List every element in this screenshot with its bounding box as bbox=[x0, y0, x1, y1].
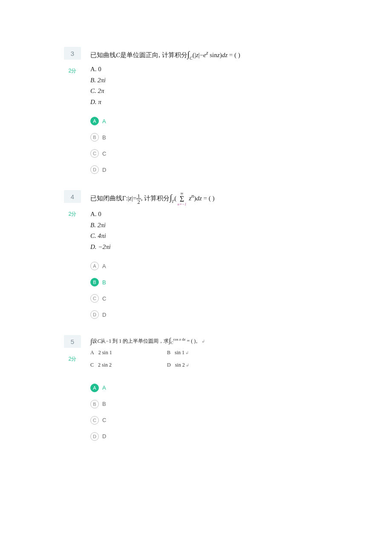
answer-choice-d[interactable]: D D bbox=[90, 432, 320, 441]
inline-options: A2 sin 1 Bsin 1↲ C2 sin 2 Dsin 2↲ bbox=[90, 350, 320, 374]
choice-label: A bbox=[102, 118, 106, 124]
option-text: C. 4πi bbox=[90, 231, 320, 242]
answer-choice-b[interactable]: B B bbox=[90, 133, 320, 142]
answer-choice-a[interactable]: A A bbox=[90, 262, 320, 270]
answer-choice-c[interactable]: C C bbox=[90, 416, 320, 425]
choice-label: B bbox=[102, 401, 106, 407]
expr-dz: dz bbox=[222, 52, 228, 58]
stem-text: , 计算积分 bbox=[141, 195, 170, 202]
question-block: 4 2分 已知闭曲线Γ:|z|=12, 计算积分∫Γ(∞Σn=−1 zn)dz … bbox=[64, 190, 320, 327]
choice-label: B bbox=[102, 279, 106, 286]
option-text: A. 0 bbox=[90, 64, 320, 75]
question-number: 4 bbox=[64, 190, 81, 203]
option-a: A2 sin 1 bbox=[90, 350, 167, 356]
answer-choice-a[interactable]: A A bbox=[90, 117, 320, 125]
stem-text: 设 bbox=[92, 338, 97, 344]
return-icon: ↲ bbox=[202, 339, 205, 344]
sigma-icon: Σ bbox=[177, 196, 186, 202]
answer-choices: A A B B C C D D bbox=[90, 384, 320, 441]
expr-sin: sin bbox=[208, 52, 217, 58]
opt-lab: D bbox=[167, 362, 171, 368]
opt-val: sin 2 bbox=[175, 362, 185, 368]
choice-label: D bbox=[102, 312, 106, 318]
answer-choice-b[interactable]: B B bbox=[90, 278, 320, 286]
answer-choices: A A B B C C D D bbox=[90, 262, 320, 319]
choice-bubble: B bbox=[90, 278, 99, 286]
question-number: 5 bbox=[64, 335, 81, 348]
expr-dz: dz bbox=[196, 195, 202, 202]
stem-text: |= bbox=[132, 195, 136, 202]
answer-choice-d[interactable]: D D bbox=[90, 165, 320, 174]
answer-choices: A A B B C C D D bbox=[90, 117, 320, 174]
opt-val: sin 1 bbox=[175, 350, 184, 356]
choice-label: A bbox=[102, 263, 106, 269]
expr-eq: = ( )。 bbox=[186, 338, 201, 344]
question-stem: 已知闭曲线Γ:|z|=12, 计算积分∫Γ(∞Σn=−1 zn)dz = ( ) bbox=[90, 190, 320, 206]
answer-choice-a[interactable]: A A bbox=[90, 384, 320, 392]
option-b: Bsin 1↲ bbox=[167, 350, 244, 356]
fraction: 12 bbox=[136, 193, 141, 205]
opt-val: 2 sin 1 bbox=[98, 350, 112, 356]
option-d: Dsin 2↲ bbox=[167, 362, 244, 368]
choice-bubble: A bbox=[90, 384, 99, 392]
question-stem: ∫设C从−1 到 1 的上半单位圆周，求∫Ccos z dz = ( )。↲ bbox=[90, 335, 320, 346]
choice-bubble: D bbox=[90, 310, 99, 319]
integral-icon: ∫ bbox=[90, 338, 92, 345]
stem-text: 已知闭曲线Γ:| bbox=[90, 195, 129, 202]
choice-label: D bbox=[102, 433, 106, 439]
integral-sign: ∫ bbox=[170, 193, 172, 202]
stem-text: 已知曲线 bbox=[90, 52, 116, 58]
option-text: D. π bbox=[90, 97, 320, 108]
return-icon: ↲ bbox=[185, 350, 189, 355]
option-text: B. 2πi bbox=[90, 75, 320, 86]
opt-lab: B bbox=[167, 350, 170, 356]
expr: (| bbox=[193, 52, 196, 58]
expr-integrand: cos z dz bbox=[173, 337, 186, 341]
choice-label: A bbox=[102, 384, 106, 391]
option-text: C. 2π bbox=[90, 86, 320, 97]
choice-label: D bbox=[102, 167, 106, 173]
question-meta: 5 2分 bbox=[64, 335, 84, 363]
choice-bubble: D bbox=[90, 165, 99, 174]
question-body: 已知曲线C是单位圆正向, 计算积分∫C(|z|−ez sinz)dz = ( )… bbox=[90, 47, 320, 182]
answer-choice-c[interactable]: C C bbox=[90, 149, 320, 158]
question-points: 2分 bbox=[64, 356, 81, 363]
answer-choice-d[interactable]: D D bbox=[90, 310, 320, 319]
question-block: 5 2分 ∫设C从−1 到 1 的上半单位圆周，求∫Ccos z dz = ( … bbox=[64, 335, 320, 448]
option-text: B. 2πi bbox=[90, 220, 320, 231]
stem-text: 从−1 到 1 的上半单位圆周，求 bbox=[101, 338, 169, 344]
expr-e: e bbox=[203, 52, 206, 58]
integral-sub: C bbox=[190, 56, 193, 61]
choice-bubble: B bbox=[90, 400, 99, 408]
paren: ( bbox=[174, 195, 176, 202]
question-stem: 已知曲线C是单位圆正向, 计算积分∫C(|z|−ez sinz)dz = ( ) bbox=[90, 47, 320, 61]
opt-lab: A bbox=[90, 350, 94, 356]
question-block: 3 2分 已知曲线C是单位圆正向, 计算积分∫C(|z|−ez sinz)dz … bbox=[64, 47, 320, 182]
choice-label: B bbox=[102, 134, 106, 141]
question-body: 已知闭曲线Γ:|z|=12, 计算积分∫Γ(∞Σn=−1 zn)dz = ( )… bbox=[90, 190, 320, 327]
opt-val: 2 sin 2 bbox=[98, 362, 112, 368]
question-meta: 3 2分 bbox=[64, 47, 84, 75]
choice-label: C bbox=[102, 150, 106, 157]
return-icon: ↲ bbox=[186, 363, 189, 367]
answer-choice-b[interactable]: B B bbox=[90, 400, 320, 408]
expr: |− bbox=[199, 52, 203, 58]
choice-bubble: C bbox=[90, 416, 99, 425]
choice-bubble: C bbox=[90, 149, 99, 158]
choice-bubble: A bbox=[90, 262, 99, 270]
stem-text: 是单位圆正向, 计算积分 bbox=[120, 52, 187, 58]
summation: ∞Σn=−1 bbox=[177, 191, 186, 206]
stem-var: C bbox=[116, 52, 120, 58]
answer-choice-c[interactable]: C C bbox=[90, 294, 320, 303]
choice-bubble: A bbox=[90, 117, 99, 125]
question-body: ∫设C从−1 到 1 的上半单位圆周，求∫Ccos z dz = ( )。↲ A… bbox=[90, 335, 320, 448]
page-content: 3 2分 已知曲线C是单位圆正向, 计算积分∫C(|z|−ez sinz)dz … bbox=[0, 0, 320, 542]
choice-label: C bbox=[102, 295, 106, 302]
opt-lab: C bbox=[90, 362, 94, 368]
option-text: A. 0 bbox=[90, 209, 320, 220]
choice-bubble: D bbox=[90, 432, 99, 441]
option-c: C2 sin 2 bbox=[90, 362, 167, 368]
expr-eq: = ( ) bbox=[228, 52, 240, 58]
frac-den: 2 bbox=[136, 199, 141, 205]
integral-sub: Γ bbox=[172, 199, 175, 204]
